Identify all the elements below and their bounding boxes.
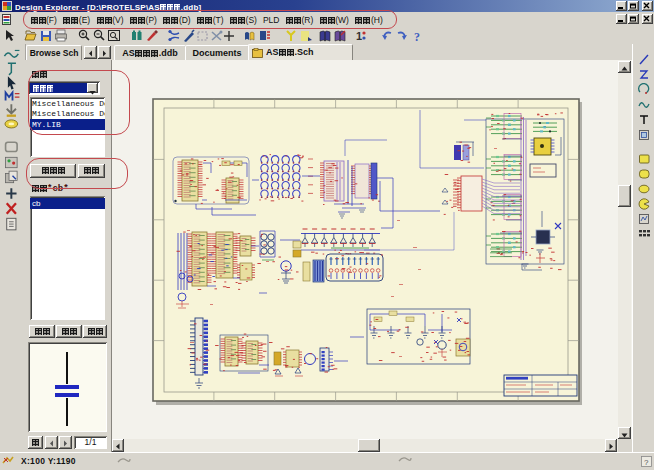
- svg-text:1: 1: [356, 30, 362, 42]
- svg-text:?: ?: [644, 458, 649, 467]
- svg-text:?: ?: [414, 30, 420, 43]
